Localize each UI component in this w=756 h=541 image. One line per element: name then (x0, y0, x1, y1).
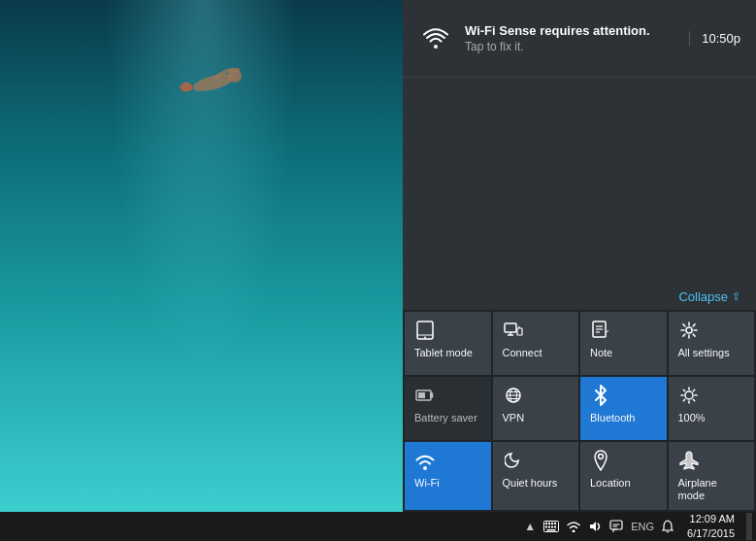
clock-time: 12:09 AM (687, 512, 735, 526)
svg-rect-30 (551, 523, 553, 524)
volume-icon[interactable] (586, 520, 604, 533)
svg-rect-16 (418, 392, 425, 398)
tile-airplane-mode-label: Airplane mode (678, 477, 745, 502)
tile-quiet-hours[interactable]: Quiet hours (493, 442, 579, 510)
tablet-icon (414, 320, 436, 341)
svg-rect-31 (554, 523, 556, 524)
system-tray: ▲ (522, 520, 675, 533)
svg-point-24 (685, 391, 693, 399)
tile-note[interactable]: Note (580, 312, 667, 375)
svg-rect-5 (505, 323, 516, 332)
tile-tablet-mode[interactable]: Tablet mode (405, 312, 491, 375)
action-center-panel: Wi-Fi Sense requires attention. Tap to f… (403, 0, 756, 512)
tile-quiet-hours-label: Quiet hours (503, 477, 558, 490)
bluetooth-icon (590, 385, 611, 406)
taskbar: ▲ (0, 512, 756, 541)
battery-icon (414, 385, 436, 406)
tile-vpn[interactable]: VPN (493, 377, 579, 440)
svg-rect-28 (545, 523, 547, 524)
desktop-background (0, 0, 403, 512)
svg-rect-29 (548, 523, 550, 524)
tile-bluetooth[interactable]: Bluetooth (580, 377, 667, 440)
svg-rect-36 (547, 529, 556, 531)
svg-point-37 (573, 530, 575, 533)
tile-wifi-label: Wi-Fi (414, 477, 440, 490)
tile-connect-label: Connect (503, 347, 542, 359)
wifi-tile-icon (414, 450, 436, 471)
settings-icon (678, 320, 700, 341)
show-desktop-button[interactable] (746, 513, 752, 540)
tile-bluetooth-label: Bluetooth (590, 412, 635, 424)
svg-rect-2 (417, 321, 433, 339)
notification-subtitle: Tap to fix it. (465, 40, 681, 53)
tile-brightness-label: 100% (678, 412, 706, 424)
wifi-notification-icon (418, 21, 453, 56)
tile-airplane-mode[interactable]: Airplane mode (669, 442, 755, 510)
tile-battery-saver-label: Battery saver (414, 412, 477, 424)
language-icon[interactable]: ENG (629, 521, 656, 532)
notification-title: Wi-Fi Sense requires attention. (465, 23, 681, 38)
notification-item[interactable]: Wi-Fi Sense requires attention. Tap to f… (403, 0, 756, 78)
clock-date: 6/17/2015 (687, 526, 735, 541)
svg-point-14 (686, 327, 692, 333)
tile-battery-saver[interactable]: Battery saver (405, 377, 491, 440)
svg-rect-8 (517, 328, 522, 335)
tile-all-settings-label: All settings (678, 347, 730, 359)
svg-point-26 (599, 454, 604, 458)
moon-icon (503, 450, 524, 471)
notification-content: Wi-Fi Sense requires attention. Tap to f… (465, 23, 681, 53)
brightness-icon (678, 385, 700, 406)
swimmer-image (175, 58, 252, 107)
system-clock[interactable]: 12:09 AM 6/17/2015 (681, 512, 740, 541)
svg-rect-35 (554, 526, 556, 528)
notifications-icon[interactable] (660, 520, 675, 533)
collapse-button[interactable]: Collapse ⇧ (678, 289, 740, 304)
taskbar-right: ▲ (522, 512, 756, 541)
svg-point-4 (424, 336, 426, 338)
quick-actions-grid: Tablet mode Connect (403, 310, 756, 512)
tile-location-label: Location (590, 477, 631, 490)
svg-rect-33 (548, 526, 550, 528)
tile-all-settings[interactable]: All settings (669, 312, 755, 375)
tile-vpn-label: VPN (503, 412, 525, 424)
tile-note-label: Note (590, 347, 612, 359)
chat-icon[interactable] (608, 520, 625, 533)
notification-time: 10:50p (689, 31, 740, 46)
connect-icon (503, 320, 524, 341)
note-icon (590, 320, 611, 341)
vpn-icon (503, 385, 524, 406)
wifi-taskbar-icon[interactable] (565, 521, 582, 532)
tile-connect[interactable]: Connect (493, 312, 579, 375)
airplane-icon (678, 450, 700, 471)
empty-area (403, 78, 756, 284)
svg-rect-32 (545, 526, 547, 528)
chevron-up-icon: ⇧ (732, 290, 740, 303)
collapse-label: Collapse (678, 289, 728, 304)
location-icon (590, 450, 611, 471)
tile-wifi[interactable]: Wi-Fi (405, 442, 491, 510)
system-tray-expand[interactable]: ▲ (522, 520, 538, 533)
svg-rect-34 (551, 526, 553, 528)
touch-keyboard-icon[interactable] (542, 521, 561, 532)
tile-location[interactable]: Location (580, 442, 667, 510)
tile-brightness[interactable]: 100% (669, 377, 755, 440)
collapse-bar: Collapse ⇧ (403, 284, 756, 310)
tile-tablet-mode-label: Tablet mode (414, 347, 473, 359)
svg-point-25 (423, 466, 427, 470)
